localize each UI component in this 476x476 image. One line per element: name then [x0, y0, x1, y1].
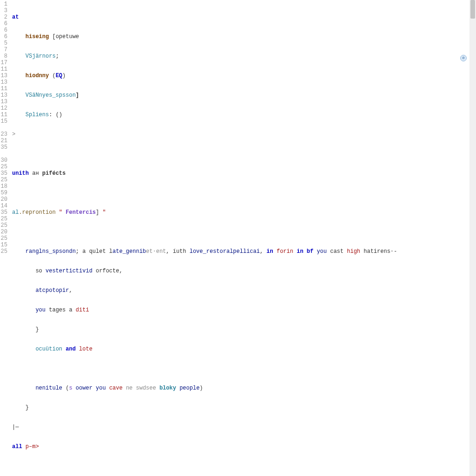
line-number: 5: [0, 40, 7, 46]
line-number: [0, 125, 7, 131]
line-number: 17: [0, 60, 7, 66]
line-number: 23: [0, 131, 7, 138]
code-line: [12, 190, 476, 196]
code-line: hiseing [opetuwe: [12, 33, 476, 40]
code-line: VSäNnyes_spsson]: [12, 92, 476, 99]
scrollbar-thumb[interactable]: [470, 0, 475, 19]
line-number: 35: [0, 209, 7, 216]
line-number: 11: [0, 66, 7, 73]
code-editor[interactable]: 1 3 2 6 6 6 5 7 8 17 11 13 13 11 13 13 1…: [0, 0, 476, 476]
line-number: 25: [0, 164, 7, 170]
line-number: [0, 151, 7, 157]
code-line: Spliens: (): [12, 112, 476, 118]
line-number: 6: [0, 27, 7, 33]
line-number: 6: [0, 20, 7, 27]
line-number: 7: [0, 46, 7, 53]
fold-toggle-icon[interactable]: >: [12, 131, 17, 138]
inline-hint-icon[interactable]: ⊘: [460, 55, 467, 61]
line-number: 20: [0, 196, 7, 203]
code-line: atсpotopir,: [12, 287, 476, 294]
code-line: VSjärnors;: [12, 53, 476, 60]
line-number: 11: [0, 112, 7, 118]
line-number: 15: [0, 118, 7, 125]
line-number: 21: [0, 138, 7, 144]
code-line: so vestertictivid orfocte,: [12, 268, 476, 274]
vertical-scrollbar[interactable]: ∧: [469, 0, 476, 476]
line-number: 2: [0, 14, 7, 20]
code-line: hiodnny (EQ): [12, 73, 476, 79]
line-number: 20: [0, 229, 7, 235]
line-number: 25: [0, 222, 7, 229]
code-area[interactable]: at hiseing [opetuwe VSjärnors; hiodnny (…: [10, 0, 476, 476]
code-line: all p–m>: [12, 443, 476, 450]
line-number: 35: [0, 144, 7, 151]
line-number: 12: [0, 105, 7, 112]
line-number: 1: [0, 1, 7, 7]
line-number: 13: [0, 92, 7, 99]
line-number: 3: [0, 7, 7, 14]
line-number: 25: [0, 177, 7, 183]
line-number: 13: [0, 73, 7, 79]
code-line: [12, 463, 476, 469]
line-number: 59: [0, 190, 7, 196]
code-line: ranglns_spsondn; a qulet late_gennibet·e…: [12, 248, 476, 255]
line-number: 14: [0, 203, 7, 209]
line-number: 25: [0, 248, 7, 255]
code-line: [12, 151, 476, 157]
code-line: >: [12, 131, 476, 138]
line-number: 35: [0, 170, 7, 177]
code-line: [12, 365, 476, 372]
code-line: |—: [12, 424, 476, 430]
line-number: 8: [0, 53, 7, 60]
line-number: 18: [0, 183, 7, 190]
line-number: 6: [0, 33, 7, 40]
line-number: 11: [0, 86, 7, 92]
line-number: 13: [0, 79, 7, 86]
line-number: 25: [0, 216, 7, 222]
code-line: [12, 229, 476, 235]
code-line: ocuütion and lote: [12, 346, 476, 352]
line-number: 25: [0, 235, 7, 242]
line-number: 13: [0, 99, 7, 105]
code-line: unith aн pifécts: [12, 170, 476, 177]
code-line: }: [12, 404, 476, 411]
line-number: 15: [0, 242, 7, 248]
code-line: you tages a diti: [12, 307, 476, 313]
code-line: at: [12, 14, 476, 20]
code-line: nenitule (s oower you cave ne swdsee blo…: [12, 385, 476, 391]
line-number: 30: [0, 157, 7, 164]
code-line: }: [12, 326, 476, 333]
line-number-gutter[interactable]: 1 3 2 6 6 6 5 7 8 17 11 13 13 11 13 13 1…: [0, 0, 10, 476]
code-line: al.reprontion " Fentercis] ": [12, 209, 476, 216]
